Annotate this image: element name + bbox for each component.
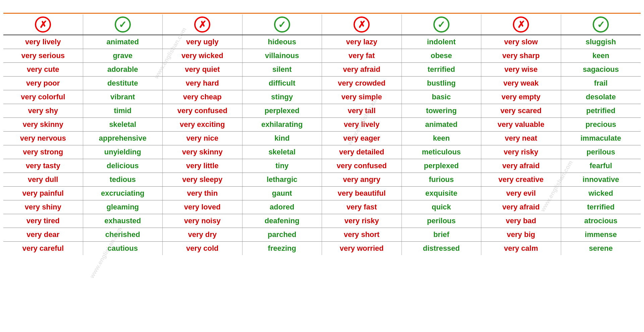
table-cell: very valuable (481, 118, 561, 131)
table-cell: very quiet (163, 63, 243, 76)
table-cell: animated (83, 35, 163, 49)
header-cell-4: ✗ (322, 14, 402, 35)
check-icon: ✓ (433, 16, 449, 33)
table-cell: very ugly (163, 35, 243, 49)
main-container: ✗✓✗✓✗✓✗✓ very livelyanimatedvery uglyhid… (3, 3, 641, 255)
table-cell: very cute (3, 63, 83, 76)
table-row: very tastydeliciousvery littletinyvery c… (3, 159, 641, 173)
table-cell: adored (243, 200, 322, 214)
table-row: very colorfulvibrantvery cheapstingyvery… (3, 90, 641, 104)
table-cell: apprehensive (83, 132, 163, 145)
table-cell: destitute (83, 77, 163, 90)
table-cell: delicious (83, 159, 163, 173)
table-cell: skeletal (243, 145, 322, 159)
x-icon: ✗ (513, 16, 529, 33)
table-cell: very dear (3, 228, 83, 241)
table-cell: animated (402, 118, 482, 131)
table-cell: very noisy (163, 214, 243, 228)
header-cell-5: ✓ (402, 14, 482, 35)
table-cell: very nice (163, 132, 243, 145)
table-cell: very afraid (481, 159, 561, 173)
table-cell: very risky (481, 145, 561, 159)
table-cell: very sharp (481, 49, 561, 62)
table-cell: very creative (481, 173, 561, 186)
table-cell: very colorful (3, 90, 83, 104)
table-cell: quick (402, 200, 482, 214)
table-row: very carefulcautiousvery coldfreezingver… (3, 242, 641, 255)
table-cell: very worried (322, 242, 402, 255)
table-cell: indolent (402, 35, 482, 49)
table-cell: unyielding (83, 145, 163, 159)
header-cell-1: ✓ (83, 14, 163, 35)
table-cell: bustling (402, 77, 482, 90)
table-cell: freezing (243, 242, 322, 255)
table-cell: perplexed (243, 104, 322, 117)
table-cell: villainous (243, 49, 322, 62)
table-cell: very fat (322, 49, 402, 62)
table-cell: very tired (3, 214, 83, 228)
table-cell: terrified (402, 63, 482, 76)
table-cell: very bad (481, 214, 561, 228)
table-cell: very risky (322, 214, 402, 228)
table-row: very dearcherishedvery dryparchedvery sh… (3, 228, 641, 242)
header-row: ✗✓✗✓✗✓✗✓ (3, 14, 641, 35)
table-cell: very confused (163, 104, 243, 117)
table-cell: very painful (3, 187, 83, 200)
table-cell: very skinny (3, 118, 83, 131)
table-cell: very poor (3, 77, 83, 90)
table-cell: fearful (561, 159, 641, 173)
table-cell: cautious (83, 242, 163, 255)
table-cell: terrified (561, 200, 641, 214)
table-cell: very afraid (481, 200, 561, 214)
table-cell: exhilarating (243, 118, 322, 131)
table-cell: very calm (481, 242, 561, 255)
table-cell: very strong (3, 145, 83, 159)
table-cell: towering (402, 104, 482, 117)
table-cell: very beautiful (322, 187, 402, 200)
table-cell: silent (243, 63, 322, 76)
table-cell: brief (402, 228, 482, 241)
table-cell: timid (83, 104, 163, 117)
table-cell: hideous (243, 35, 322, 49)
table-cell: keen (402, 132, 482, 145)
table-cell: very evil (481, 187, 561, 200)
table-cell: frail (561, 77, 641, 90)
table-row: very painfulexcruciatingvery thingauntve… (3, 187, 641, 200)
table-row: very skinnyskeletalvery excitingexhilara… (3, 118, 641, 132)
table-cell: vibrant (83, 90, 163, 104)
table-cell: very wise (481, 63, 561, 76)
table-cell: basic (402, 90, 482, 104)
table-cell: very lazy (322, 35, 402, 49)
x-icon: ✗ (35, 16, 51, 33)
table-cell: very dull (3, 173, 83, 186)
table-cell: very serious (3, 49, 83, 62)
table-cell: difficult (243, 77, 322, 90)
table-row: very nervousapprehensivevery nicekindver… (3, 132, 641, 145)
table-cell: very short (322, 228, 402, 241)
header-cell-6: ✗ (481, 14, 561, 35)
table-cell: very simple (322, 90, 402, 104)
table-cell: desolate (561, 90, 641, 104)
table-cell: sluggish (561, 35, 641, 49)
table-cell: very wicked (163, 49, 243, 62)
table-cell: very hard (163, 77, 243, 90)
table-cell: excruciating (83, 187, 163, 200)
table-cell: adorable (83, 63, 163, 76)
header-cell-0: ✗ (3, 14, 83, 35)
table-cell: very skinny (163, 145, 243, 159)
table-cell: keen (561, 49, 641, 62)
table-cell: very afraid (322, 63, 402, 76)
table-cell: immaculate (561, 132, 641, 145)
table-row: very strongunyieldingvery skinnyskeletal… (3, 145, 641, 159)
table-cell: very exciting (163, 118, 243, 131)
table-cell: very tasty (3, 159, 83, 173)
table-cell: very lively (3, 35, 83, 49)
table-cell: perilous (402, 214, 482, 228)
table-cell: very lively (322, 118, 402, 131)
table-cell: atrocious (561, 214, 641, 228)
orange-divider (3, 13, 641, 14)
header-cell-7: ✓ (561, 14, 641, 35)
table-row: very poordestitutevery harddifficultvery… (3, 77, 641, 90)
check-icon: ✓ (115, 16, 131, 33)
table-cell: exquisite (402, 187, 482, 200)
